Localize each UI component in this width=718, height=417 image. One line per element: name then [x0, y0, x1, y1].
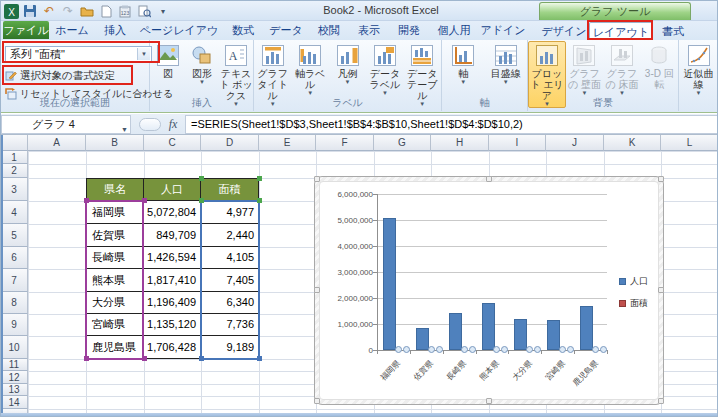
table-header-cell[interactable]: 面積	[201, 178, 259, 201]
table-cell[interactable]: 熊本県	[86, 269, 144, 292]
table-cell[interactable]: 鹿児島県	[86, 336, 144, 359]
chart-tools-tab[interactable]: 書式	[653, 22, 693, 40]
table-cell[interactable]: 福岡県	[86, 201, 144, 224]
row-header[interactable]: 13	[1, 384, 28, 396]
population-bar[interactable]	[383, 218, 396, 350]
table-cell[interactable]: 1,817,410	[144, 269, 201, 292]
row-header[interactable]: 4	[1, 201, 28, 224]
chart-selection-handle[interactable]	[658, 176, 664, 182]
open-folder-icon[interactable]	[79, 4, 95, 19]
table-cell[interactable]: 1,196,409	[144, 292, 201, 314]
chart-selection-handle[interactable]	[314, 287, 320, 293]
formula-input[interactable]: =SERIES(Sheet1!$D$3,Sheet1!$B$4:$B$10,Sh…	[185, 115, 718, 134]
new-document-icon[interactable]	[98, 4, 114, 19]
row-header[interactable]: 3	[1, 178, 28, 201]
table-cell[interactable]: 1,426,594	[144, 247, 201, 269]
column-header[interactable]: J	[546, 135, 604, 151]
undo-icon[interactable]: ↶	[41, 4, 57, 19]
dropdown-arrow-icon[interactable]: ▼	[199, 80, 205, 85]
chart-object[interactable]: 01,000,0002,000,0003,000,0004,000,0005,0…	[314, 176, 664, 405]
chevron-down-icon[interactable]: ▼	[137, 48, 150, 60]
chart-tools-tab[interactable]: レイアウト	[589, 22, 653, 40]
population-bar[interactable]	[547, 320, 560, 350]
table-header-cell[interactable]: 人口	[144, 178, 201, 201]
format-selection-button[interactable]: 選択対象の書式設定	[5, 69, 115, 83]
column-header[interactable]: E	[259, 135, 316, 151]
chart-tools-tab[interactable]: デザイン	[539, 22, 589, 40]
column-header[interactable]: H	[431, 135, 489, 151]
column-header[interactable]: D	[201, 135, 259, 151]
table-cell[interactable]: 大分県	[86, 292, 144, 314]
row-header[interactable]: 6	[1, 247, 28, 269]
dropdown-arrow-icon[interactable]: ▼	[696, 91, 702, 96]
legend-item[interactable]: 人口	[619, 275, 648, 288]
ribbon-tab[interactable]: データ	[263, 21, 309, 39]
table-cell[interactable]: 5,072,804	[144, 201, 201, 224]
formula-bar-collapse-button[interactable]	[139, 118, 161, 131]
column-header[interactable]: A	[28, 135, 86, 151]
column-header[interactable]: C	[144, 135, 201, 151]
ribbon-tab[interactable]: 数式	[223, 21, 263, 39]
ribbon-tab[interactable]: 個人用	[429, 21, 479, 39]
table-cell[interactable]: 6,340	[201, 292, 259, 314]
table-cell[interactable]: 849,709	[144, 224, 201, 247]
row-header[interactable]: 1	[1, 151, 28, 164]
clipboard-icon[interactable]: 123	[117, 4, 133, 19]
table-cell[interactable]: 2,440	[201, 224, 259, 247]
table-header-cell[interactable]: 県名	[86, 178, 144, 201]
redo-icon[interactable]: ↷	[60, 4, 76, 19]
select-all-corner[interactable]	[1, 135, 28, 151]
chart-selection-handle[interactable]	[486, 398, 492, 404]
chart-selection-handle[interactable]	[314, 398, 320, 404]
ribbon-tab[interactable]: 表示	[349, 21, 389, 39]
population-bar[interactable]	[514, 319, 527, 350]
table-cell[interactable]: 長崎県	[86, 247, 144, 269]
column-header[interactable]: L	[661, 135, 718, 151]
table-cell[interactable]: 9,189	[201, 336, 259, 359]
ribbon-tab[interactable]: アドイン	[479, 21, 527, 39]
column-header[interactable]: B	[86, 135, 144, 151]
chart-element-combobox[interactable]: 系列 "面積" ▼	[5, 46, 152, 62]
population-bar[interactable]	[482, 303, 495, 350]
dropdown-arrow-icon[interactable]: ▼	[345, 80, 351, 85]
row-header[interactable]: 14	[1, 396, 28, 409]
row-header[interactable]: 8	[1, 292, 28, 314]
table-cell[interactable]: 4,977	[201, 201, 259, 224]
chart-selection-handle[interactable]	[658, 398, 664, 404]
row-header[interactable]: 2	[1, 164, 28, 178]
row-header[interactable]: 5	[1, 224, 28, 247]
dropdown-arrow-icon[interactable]: ▼	[460, 80, 466, 85]
population-bar[interactable]	[416, 328, 429, 350]
table-cell[interactable]: 宮崎県	[86, 314, 144, 336]
row-header[interactable]: 12	[1, 371, 28, 384]
column-header[interactable]: I	[489, 135, 546, 151]
table-cell[interactable]: 1,706,428	[144, 336, 201, 359]
row-header[interactable]: 11	[1, 359, 28, 371]
row-header[interactable]: 7	[1, 269, 28, 292]
population-bar[interactable]	[449, 313, 462, 350]
column-header[interactable]: K	[604, 135, 661, 151]
table-cell[interactable]: 7,405	[201, 269, 259, 292]
name-box[interactable]: グラフ 4 ▼	[1, 115, 131, 134]
population-bar[interactable]	[580, 306, 593, 350]
customize-arrow-icon[interactable]: ▾	[155, 4, 171, 19]
legend-item[interactable]: 面積	[619, 297, 648, 310]
trendline-button[interactable]: 近似曲線▼	[679, 41, 718, 96]
column-header[interactable]: G	[374, 135, 431, 151]
row-header[interactable]: 9	[1, 314, 28, 336]
ribbon-tab[interactable]: ページレイアウト	[135, 21, 223, 39]
ribbon-tab[interactable]: ホーム	[49, 21, 95, 39]
print-preview-icon[interactable]	[136, 4, 152, 19]
axes-button[interactable]: 軸▼	[442, 41, 485, 85]
chart-selection-handle[interactable]	[314, 176, 320, 182]
table-cell[interactable]: 1,135,120	[144, 314, 201, 336]
column-header[interactable]: F	[316, 135, 374, 151]
table-cell[interactable]: 4,105	[201, 247, 259, 269]
ribbon-tab[interactable]: 開発	[389, 21, 429, 39]
ribbon-tab[interactable]: 挿入	[95, 21, 135, 39]
gridlines-button[interactable]: 目盛線▼	[485, 41, 528, 85]
row-header[interactable]: 10	[1, 336, 28, 359]
table-cell[interactable]: 佐賀県	[86, 224, 144, 247]
chart-selection-handle[interactable]	[658, 287, 664, 293]
insert-function-button[interactable]: fx	[161, 117, 185, 132]
